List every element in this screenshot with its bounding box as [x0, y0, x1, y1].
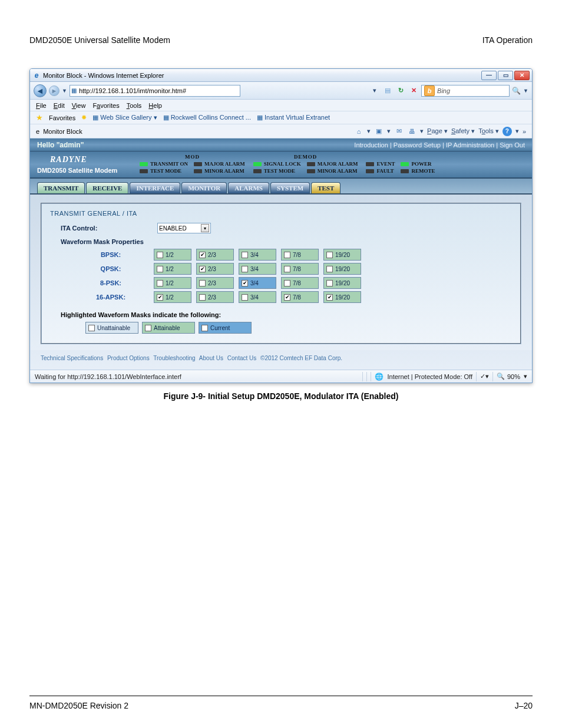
checkbox[interactable]: ✔: [284, 294, 290, 301]
maximize-button[interactable]: ▭: [498, 71, 513, 80]
favorites-star-icon[interactable]: ★: [36, 113, 43, 122]
checkbox[interactable]: [157, 266, 163, 272]
checkbox[interactable]: [242, 266, 248, 272]
checkbox[interactable]: [199, 294, 206, 301]
cell-qpsk-4[interactable]: 19/20: [323, 263, 361, 275]
cell-16apsk-2[interactable]: 3/4: [239, 291, 276, 303]
fav-link-web-slice[interactable]: ▦ Web Slice Gallery ▾: [92, 114, 157, 121]
minimize-button[interactable]: —: [481, 71, 497, 80]
menu-file[interactable]: File: [36, 102, 47, 109]
close-button[interactable]: ✕: [514, 71, 530, 80]
checkbox[interactable]: [199, 280, 206, 286]
checkbox[interactable]: [242, 294, 248, 301]
checkbox[interactable]: [284, 252, 290, 258]
checkbox[interactable]: ✔: [199, 266, 206, 272]
checkbox[interactable]: [157, 252, 163, 258]
tab-bar: TRANSMIT RECEIVE INTERFACE MONITOR ALARM…: [30, 179, 532, 195]
cell-8psk-3[interactable]: 7/8: [281, 277, 319, 289]
cmd-tools[interactable]: Tools ▾: [478, 127, 499, 135]
add-favorite-icon[interactable]: ✸: [81, 114, 87, 121]
search-dropdown[interactable]: ▼: [523, 88, 528, 94]
top-nav-links[interactable]: Introduction | Password Setup | IP Admin…: [354, 141, 525, 149]
zoom-dropdown[interactable]: ▾: [524, 373, 527, 380]
legend-unattainable: Unattainable: [85, 322, 138, 334]
chevron-expand-icon[interactable]: »: [523, 128, 526, 135]
cell-qpsk-0[interactable]: 1/2: [154, 263, 191, 275]
link-troubleshooting[interactable]: Troubleshooting: [153, 355, 195, 361]
tab-test[interactable]: TEST: [311, 182, 340, 193]
checkbox[interactable]: [242, 252, 248, 258]
cell-bpsk-2[interactable]: 3/4: [239, 249, 276, 261]
ita-control-select[interactable]: ENABLED ▾: [157, 223, 211, 233]
menu-bar: File Edit View Favorites Tools Help: [30, 100, 532, 111]
cell-qpsk-3[interactable]: 7/8: [281, 263, 319, 275]
zoom-control[interactable]: 🔍 90%: [497, 373, 520, 380]
checkbox[interactable]: [326, 252, 333, 258]
checkbox[interactable]: [326, 280, 333, 286]
url-input[interactable]: [79, 87, 239, 94]
nav-history-dropdown[interactable]: ▼: [62, 88, 67, 94]
cell-bpsk-0[interactable]: 1/2: [154, 249, 191, 261]
cell-16apsk-1[interactable]: 2/3: [196, 291, 234, 303]
checkbox[interactable]: [284, 266, 290, 272]
tab-transmit[interactable]: TRANSMIT: [37, 182, 85, 193]
cell-8psk-2[interactable]: ✔3/4: [239, 277, 276, 289]
tab-system[interactable]: SYSTEM: [270, 182, 310, 193]
checkbox[interactable]: ✔: [242, 280, 248, 286]
stop-button[interactable]: ✕: [408, 85, 419, 96]
search-box[interactable]: b Bing: [421, 85, 510, 97]
checkbox[interactable]: [326, 266, 333, 272]
menu-help[interactable]: Help: [148, 102, 162, 109]
address-dropdown[interactable]: ▾: [369, 85, 380, 96]
checkbox[interactable]: [284, 280, 290, 286]
back-button[interactable]: ◄: [34, 84, 47, 97]
search-button[interactable]: 🔍: [512, 87, 521, 95]
compat-view-icon[interactable]: ▤: [382, 85, 393, 96]
cell-bpsk-1[interactable]: ✔2/3: [196, 249, 234, 261]
link-contact[interactable]: Contact Us: [227, 355, 256, 361]
menu-view[interactable]: View: [72, 102, 86, 109]
label-qpsk: QPSK:: [72, 265, 149, 272]
cell-8psk-1[interactable]: 2/3: [196, 277, 234, 289]
tab-interface[interactable]: INTERFACE: [130, 182, 180, 193]
cmd-page[interactable]: Page ▾: [427, 127, 448, 135]
menu-tools[interactable]: Tools: [127, 102, 142, 109]
checkbox[interactable]: [157, 280, 163, 286]
menu-edit[interactable]: Edit: [54, 102, 65, 109]
ita-control-label: ITA Control:: [61, 225, 149, 232]
favorites-label[interactable]: Favorites: [49, 114, 75, 121]
cell-8psk-0[interactable]: 1/2: [154, 277, 191, 289]
checkbox[interactable]: ✔: [157, 294, 163, 301]
address-bar[interactable]: ▦: [70, 85, 240, 97]
feeds-icon[interactable]: ▣: [374, 127, 384, 136]
link-tech-spec[interactable]: Technical Specifications: [41, 355, 103, 361]
cell-bpsk-3[interactable]: 7/8: [281, 249, 319, 261]
checkbox[interactable]: ✔: [199, 252, 206, 258]
tab-receive[interactable]: RECEIVE: [86, 182, 128, 193]
mod-led-block: MOD TRANSMIT ON TEST MODE MAJOR ALARM MI…: [140, 154, 245, 174]
status-mode-icon[interactable]: ✓▾: [480, 373, 489, 380]
cell-bpsk-4[interactable]: 19/20: [323, 249, 361, 261]
fav-link-rockwell[interactable]: ▦ Rockwell Collins Connect ...: [163, 114, 251, 121]
cell-16apsk-0[interactable]: ✔1/2: [154, 291, 191, 303]
mail-icon[interactable]: ✉: [394, 127, 404, 136]
tab-alarms[interactable]: ALARMS: [228, 182, 269, 193]
tab-monitor[interactable]: MONITOR: [181, 182, 227, 193]
cell-qpsk-2[interactable]: 3/4: [239, 263, 276, 275]
link-product-options[interactable]: Product Options: [107, 355, 150, 361]
cell-16apsk-4[interactable]: ✔19/20: [323, 291, 361, 303]
help-icon[interactable]: ?: [503, 127, 512, 136]
cell-qpsk-1[interactable]: ✔2/3: [196, 263, 234, 275]
link-about[interactable]: About Us: [199, 355, 223, 361]
tab-label[interactable]: Monitor Block: [43, 128, 82, 135]
cmd-safety[interactable]: Safety ▾: [451, 127, 475, 135]
fav-link-extranet[interactable]: ▦ Instant Virtual Extranet: [257, 114, 330, 121]
cell-16apsk-3[interactable]: ✔7/8: [281, 291, 319, 303]
print-icon[interactable]: 🖶: [407, 127, 416, 136]
cell-8psk-4[interactable]: 19/20: [323, 277, 361, 289]
forward-button[interactable]: ►: [49, 85, 59, 96]
refresh-button[interactable]: ↻: [395, 85, 406, 96]
home-icon[interactable]: ⌂: [354, 127, 363, 136]
menu-favorites[interactable]: Favorites: [92, 102, 119, 109]
checkbox[interactable]: ✔: [326, 294, 333, 301]
